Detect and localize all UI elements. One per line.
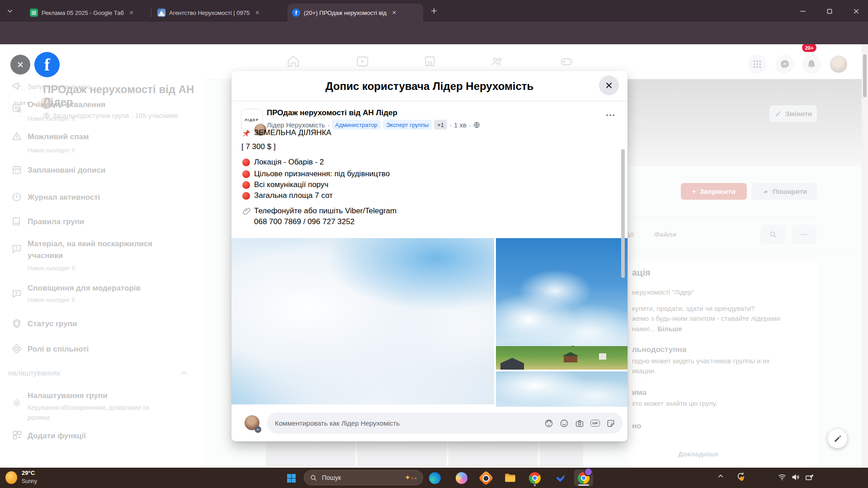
search-placeholder: Пошук bbox=[322, 474, 341, 481]
facebook-page: Запустити кампанію ЛІДЕР ПРОдаж нерухомо… bbox=[0, 44, 868, 468]
post-group-name[interactable]: ПРОдаж нерухомості від АН Лідер bbox=[267, 108, 397, 117]
gif-icon[interactable]: GIF bbox=[590, 420, 600, 427]
post-options-kebab[interactable] bbox=[605, 110, 616, 121]
switch-profile-chevron-icon[interactable] bbox=[255, 426, 261, 433]
taskbar-chrome-icon[interactable] bbox=[527, 470, 542, 485]
paperclip-icon bbox=[242, 206, 251, 216]
screen: Реклама 05 2025 - Google Таб ✕ Агентство… bbox=[0, 0, 868, 488]
close-circle-button[interactable] bbox=[10, 55, 30, 75]
separator-dot: · bbox=[449, 121, 452, 129]
google-sheets-icon bbox=[30, 9, 38, 17]
page-scrollbar-track[interactable] bbox=[862, 44, 868, 468]
house bbox=[599, 353, 606, 360]
post-bullet-utilities: Всі комунікації поруч bbox=[254, 180, 328, 189]
post-avatar-text: ЛІДЕР bbox=[245, 118, 259, 122]
comment-bar: Комментировать как Лідер Нерухомість GIF bbox=[231, 407, 627, 441]
post-photo-top-right[interactable] bbox=[496, 238, 627, 370]
close-icon bbox=[604, 80, 614, 90]
taskbar-explorer-icon[interactable] bbox=[503, 470, 518, 485]
comment-placeholder: Комментировать как Лідер Нерухомість bbox=[275, 419, 544, 427]
create-post-fab[interactable] bbox=[828, 429, 847, 448]
tray-wifi-icon[interactable] bbox=[778, 473, 787, 482]
pushpin-icon bbox=[241, 129, 251, 139]
window-close-button[interactable] bbox=[851, 6, 861, 16]
post-bullet-location: Локація - Обарів - 2 bbox=[254, 158, 324, 167]
browser-tab-agency[interactable]: Агентство Нерухомості | 0975 ✕ bbox=[153, 4, 278, 22]
profile-badge bbox=[584, 468, 593, 476]
page-scrollbar-thumb[interactable] bbox=[863, 54, 867, 97]
tab-title: Агентство Нерухомості | 0975 bbox=[169, 9, 250, 16]
post-author[interactable]: Лідер Нерухомість bbox=[267, 121, 325, 129]
browser-toolbar: facebook.com/groups/lider.rv/posts/12237… bbox=[0, 22, 868, 44]
tray-volume-icon[interactable] bbox=[791, 473, 800, 482]
comment-icons: GIF bbox=[544, 419, 615, 428]
taskbar-check-app-icon[interactable] bbox=[552, 470, 567, 485]
modal-header: Допис користувача Лідер Нерухомість bbox=[231, 71, 627, 101]
camera-icon[interactable] bbox=[575, 419, 584, 428]
running-indicator bbox=[534, 484, 536, 486]
window-minimize-button[interactable] bbox=[798, 6, 808, 16]
taskbar-chrome-active-icon[interactable] bbox=[574, 469, 593, 486]
facebook-logo[interactable]: f bbox=[34, 52, 60, 77]
tab-search-chevron-icon[interactable] bbox=[6, 7, 14, 14]
tab-close-icon[interactable]: ✕ bbox=[127, 9, 136, 17]
badge-more[interactable]: +1 bbox=[434, 120, 447, 130]
taskbar-weather[interactable]: Sunny bbox=[22, 478, 37, 484]
tab-title: (20+) ПРОдаж нерухомості від bbox=[304, 9, 387, 16]
weather-sun-icon[interactable] bbox=[5, 471, 17, 484]
taskbar-copilot-icon[interactable] bbox=[454, 470, 469, 485]
post-bullet-purpose: Цільове призначення: під будівництво bbox=[254, 169, 390, 178]
tray-sync-icon[interactable] bbox=[736, 471, 746, 481]
post-photo-large[interactable] bbox=[231, 238, 494, 404]
tab-close-icon[interactable]: ✕ bbox=[390, 9, 398, 17]
modal-close-button[interactable] bbox=[599, 75, 619, 95]
red-dot-icon bbox=[242, 181, 250, 189]
badge-admin[interactable]: Администратор bbox=[332, 120, 381, 130]
window-maximize-button[interactable] bbox=[825, 6, 835, 16]
house bbox=[564, 355, 577, 362]
agency-favicon-icon bbox=[157, 9, 165, 17]
taskbar-viewer-icon[interactable] bbox=[478, 470, 493, 485]
emoji-icon[interactable] bbox=[560, 419, 569, 428]
red-dot-icon bbox=[242, 170, 250, 178]
sync-status-dot bbox=[740, 477, 744, 481]
comment-input[interactable]: Комментировать как Лідер Нерухомість GIF bbox=[267, 413, 623, 434]
new-tab-button[interactable] bbox=[429, 6, 439, 15]
copilot-sparkle-icon: ✦✦✦ bbox=[405, 474, 417, 482]
browser-tab-facebook-active[interactable]: f (20+) ПРОдаж нерухомості від ✕ bbox=[288, 4, 423, 22]
taskbar-edge-icon[interactable] bbox=[427, 470, 442, 485]
post-phones[interactable]: 068 700 7869 / 096 727 3252 bbox=[254, 217, 354, 226]
search-icon bbox=[310, 474, 317, 482]
start-button[interactable] bbox=[283, 470, 298, 485]
privacy-globe-icon bbox=[473, 122, 480, 128]
modal-title: Допис користувача Лідер Нерухомість bbox=[231, 80, 627, 93]
post-contact-line: Телефонуйте або пишіть Viber/Telegram bbox=[254, 206, 396, 216]
browser-tab-strip: Реклама 05 2025 - Google Таб ✕ Агентство… bbox=[0, 0, 868, 22]
post-modal: Допис користувача Лідер Нерухомість ЛІДЕ… bbox=[231, 71, 627, 441]
browser-tab-sheets[interactable]: Реклама 05 2025 - Google Таб ✕ bbox=[25, 4, 150, 22]
post-line-title: ЗЕМЕЛЬНА ДІЛЯНКА bbox=[254, 128, 331, 137]
badge-expert[interactable]: Эксперт группы bbox=[383, 120, 432, 130]
tray-chevron-icon[interactable] bbox=[717, 473, 724, 480]
close-icon bbox=[16, 60, 25, 69]
windows-taskbar: 29°C Sunny Пошук ✦✦✦ bbox=[0, 468, 868, 488]
notification-badge: 20+ bbox=[802, 44, 816, 52]
tab-title: Реклама 05 2025 - Google Таб bbox=[42, 9, 124, 16]
pencil-icon bbox=[833, 434, 842, 443]
tab-close-icon[interactable]: ✕ bbox=[253, 9, 261, 17]
sticker-icon[interactable] bbox=[606, 419, 615, 428]
taskbar-search[interactable]: Пошук ✦✦✦ bbox=[304, 470, 423, 485]
tray-pen-icon[interactable] bbox=[805, 473, 815, 483]
red-dot-icon bbox=[242, 192, 250, 200]
red-dot-icon bbox=[242, 159, 250, 166]
separator-dot: · bbox=[469, 121, 471, 129]
post-line-price: [ 7 300 $ ] bbox=[241, 142, 276, 151]
separator-dot: · bbox=[327, 121, 330, 129]
post-photo-bottom-right[interactable] bbox=[496, 371, 627, 407]
avatar-sticker-icon[interactable] bbox=[544, 419, 553, 428]
modal-scrollbar-thumb[interactable] bbox=[621, 149, 625, 278]
post-bullet-area: Загальна площа 7 сот bbox=[254, 191, 333, 200]
taskbar-temp[interactable]: 29°C bbox=[22, 469, 35, 476]
post-time[interactable]: 1 хв bbox=[454, 121, 467, 129]
facebook-favicon-icon: f bbox=[292, 9, 300, 17]
